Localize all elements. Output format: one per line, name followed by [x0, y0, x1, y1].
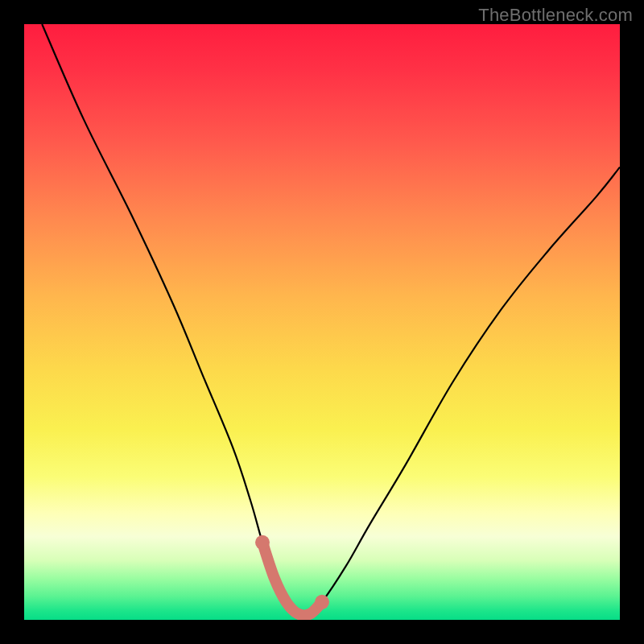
plot-area [24, 24, 620, 620]
bottleneck-curve [42, 24, 620, 616]
watermark-text: TheBottleneck.com [478, 5, 633, 26]
optimal-range-path [262, 543, 322, 616]
optimal-range-endpoint-left [255, 535, 270, 550]
optimal-range-endpoint-right [315, 595, 329, 609]
bottleneck-curve-path [42, 24, 620, 616]
curve-layer [24, 24, 620, 620]
optimal-range-highlight [255, 535, 329, 616]
chart-frame: TheBottleneck.com [0, 0, 644, 644]
